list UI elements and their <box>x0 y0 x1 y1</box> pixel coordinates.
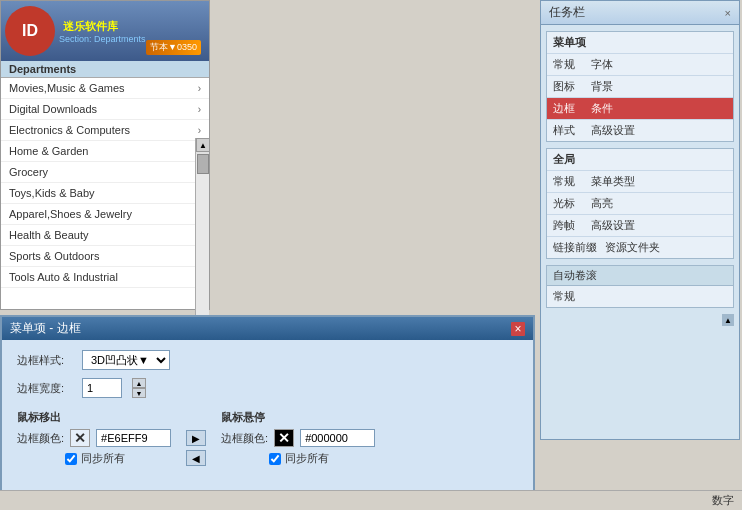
header-logo: ID <box>5 6 55 56</box>
scroll-up-button[interactable]: ▲ <box>196 138 209 152</box>
section1-item-label: 样式 <box>553 123 583 138</box>
section2-item-label: 跨帧 <box>553 218 583 233</box>
mouse-out-group: 鼠标移出 边框颜色: ✕ 同步所有 <box>17 410 171 466</box>
menu-item[interactable]: Electronics & Computers› <box>1 120 209 141</box>
right-section2-item[interactable]: 常规菜单类型 <box>547 171 733 193</box>
menu-item-label: Tools Auto & Industrial <box>9 271 118 283</box>
sync-all-left-checkbox[interactable] <box>65 453 77 465</box>
menu-item[interactable]: Sports & Outdoors› <box>1 246 209 267</box>
left-menu-panel: ID 迷乐软件库 Section: Departments 节本▼0350 De… <box>0 0 210 310</box>
border-style-label: 边框样式: <box>17 353 72 368</box>
dialog-title-text: 菜单项 - 边框 <box>10 320 81 337</box>
arrow-left-button[interactable]: ◀ <box>186 450 206 466</box>
spinner-down-button[interactable]: ▼ <box>132 388 146 398</box>
header-sub: Section: Departments <box>59 34 146 44</box>
color-input-left[interactable] <box>96 429 171 447</box>
sync-all-left-row: 同步所有 <box>65 451 171 466</box>
right-section2-item[interactable]: 全局 <box>547 149 733 171</box>
section1-item-value: 条件 <box>591 101 613 116</box>
border-color-label-right: 边框颜色: <box>221 431 268 446</box>
section2-item-label: 光标 <box>553 196 583 211</box>
scrollbar[interactable]: ▲ ▼ <box>195 138 209 323</box>
status-text: 数字 <box>712 493 734 508</box>
section-menu-item: 菜单项常规字体图标背景边框条件样式高级设置 <box>546 31 734 142</box>
sync-all-left-label: 同步所有 <box>81 451 125 466</box>
border-dialog: 菜单项 - 边框 × 边框样式: 3D凹凸状▼ 边框宽度: ▲ ▼ 鼠标移出 <box>0 315 535 510</box>
menu-item-label: Digital Downloads <box>9 103 97 115</box>
color-input-right[interactable] <box>300 429 375 447</box>
dialog-title-bar: 菜单项 - 边框 × <box>2 317 533 340</box>
menu-item[interactable]: Home & Garden› <box>1 141 209 162</box>
section2-item-value: 资源文件夹 <box>605 240 660 255</box>
border-width-spinner: ▲ ▼ <box>132 378 146 398</box>
section1-item-label: 边框 <box>553 101 583 116</box>
menu-item-label: Sports & Outdoors <box>9 250 100 262</box>
menu-item-arrow: › <box>198 83 201 94</box>
dialog-content: 边框样式: 3D凹凸状▼ 边框宽度: ▲ ▼ 鼠标移出 边框颜色: ✕ <box>2 340 533 476</box>
mouse-over-color-row: 边框颜色: ✕ <box>221 429 375 447</box>
right-section2-items: 全局常规菜单类型光标高亮跨帧高级设置链接前缀资源文件夹 <box>547 149 733 258</box>
menu-item[interactable]: Digital Downloads› <box>1 99 209 120</box>
right-section2-item[interactable]: 链接前缀资源文件夹 <box>547 237 733 258</box>
mouse-out-title: 鼠标移出 <box>17 410 171 425</box>
section2-item-value: 菜单类型 <box>591 174 635 189</box>
dept-label: Departments <box>1 61 209 78</box>
menu-item-label: Movies,Music & Games <box>9 82 125 94</box>
arrow-between-group: ▶ ◀ <box>186 430 206 466</box>
color-swatch-left[interactable]: ✕ <box>70 429 90 447</box>
right-section1-item[interactable]: 常规字体 <box>547 54 733 76</box>
right-section1-item[interactable]: 边框条件 <box>547 98 733 120</box>
dialog-close-button[interactable]: × <box>511 322 525 336</box>
section1-item-value: 字体 <box>591 57 613 72</box>
right-section3-item[interactable]: 常规 <box>547 286 733 307</box>
right-section1-item[interactable]: 图标背景 <box>547 76 733 98</box>
border-color-label-left: 边框颜色: <box>17 431 64 446</box>
sync-all-right-row: 同步所有 <box>269 451 375 466</box>
section3-item-label: 常规 <box>553 289 583 304</box>
right-panel-title: 任务栏 × <box>541 1 739 25</box>
section1-item-value: 高级设置 <box>591 123 635 138</box>
scrollbar-thumb[interactable] <box>197 154 209 174</box>
header-title: 迷乐软件库 <box>63 19 146 34</box>
menu-header: ID 迷乐软件库 Section: Departments 节本▼0350 <box>1 1 209 61</box>
section1-item-label: 常规 <box>553 57 583 72</box>
mouse-over-group: 鼠标悬停 边框颜色: ✕ 同步所有 <box>221 410 375 466</box>
status-bar: 数字 <box>0 490 742 510</box>
border-width-input[interactable] <box>82 378 122 398</box>
right-panel-close-button[interactable]: × <box>725 7 731 19</box>
section2-item-value: 高亮 <box>591 196 613 211</box>
menu-item[interactable]: Health & Beauty› <box>1 225 209 246</box>
section-auto-scroll: 自动卷滚常规 <box>546 265 734 308</box>
menu-item-arrow: › <box>198 104 201 115</box>
color-swatch-x-left: ✕ <box>74 430 86 446</box>
menu-item-arrow: › <box>198 125 201 136</box>
menu-item[interactable]: Apparel,Shoes & Jewelry› <box>1 204 209 225</box>
header-price: 节本▼0350 <box>146 40 201 55</box>
right-section1-item[interactable]: 样式高级设置 <box>547 120 733 141</box>
right-section2-item[interactable]: 光标高亮 <box>547 193 733 215</box>
spinner-up-button[interactable]: ▲ <box>132 378 146 388</box>
right-section1-items: 菜单项常规字体图标背景边框条件样式高级设置 <box>547 32 733 141</box>
right-section1-item[interactable]: 菜单项 <box>547 32 733 54</box>
section1-item-label: 图标 <box>553 79 583 94</box>
border-style-select[interactable]: 3D凹凸状▼ <box>82 350 170 370</box>
sync-all-right-checkbox[interactable] <box>269 453 281 465</box>
section1-item-value: 背景 <box>591 79 613 94</box>
menu-item-label: Electronics & Computers <box>9 124 130 136</box>
border-style-row: 边框样式: 3D凹凸状▼ <box>17 350 518 370</box>
menu-item[interactable]: Movies,Music & Games› <box>1 78 209 99</box>
color-swatch-right[interactable]: ✕ <box>274 429 294 447</box>
section2-item-label: 常规 <box>553 174 583 189</box>
menu-item[interactable]: Tools Auto & Industrial› <box>1 267 209 288</box>
section1-item-label: 菜单项 <box>553 35 586 50</box>
menu-item[interactable]: Toys,Kids & Baby› <box>1 183 209 204</box>
section3-expand-icon[interactable]: ▲ <box>722 314 734 326</box>
right-section2-item[interactable]: 跨帧高级设置 <box>547 215 733 237</box>
menu-item-label: Toys,Kids & Baby <box>9 187 95 199</box>
menu-item[interactable]: Grocery› <box>1 162 209 183</box>
section2-item-label: 链接前缀 <box>553 240 597 255</box>
menu-item-label: Apparel,Shoes & Jewelry <box>9 208 132 220</box>
right-taskbar-panel: 任务栏 × 菜单项常规字体图标背景边框条件样式高级设置 全局常规菜单类型光标高亮… <box>540 0 740 440</box>
arrow-right-button[interactable]: ▶ <box>186 430 206 446</box>
right-panel-title-text: 任务栏 <box>549 4 585 21</box>
